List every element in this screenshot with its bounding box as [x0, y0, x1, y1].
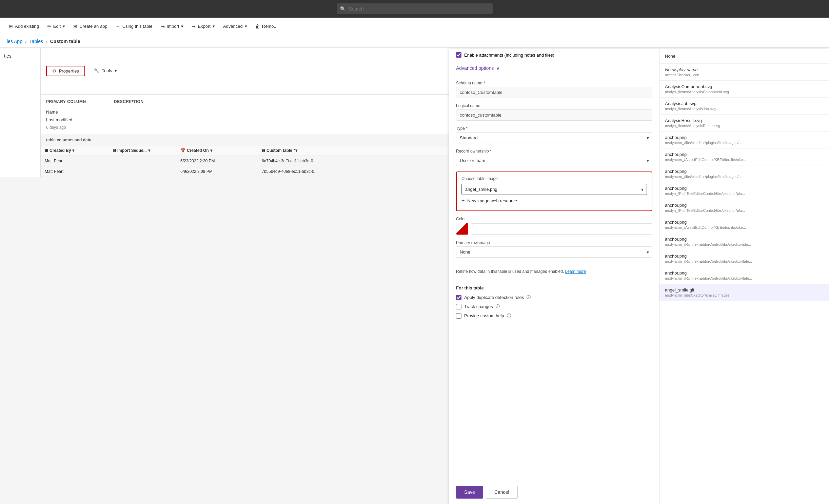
color-label: Color [456, 217, 652, 221]
export-chevron-icon: ▾ [213, 24, 215, 29]
ownership-required-star: * [490, 149, 492, 154]
color-input[interactable] [471, 223, 652, 235]
save-button[interactable]: Save [456, 486, 483, 499]
add-existing-button[interactable]: ⊞ Add existing [5, 22, 42, 31]
breadcrumb: les App › Tables › Custom table [0, 35, 829, 48]
provide-custom-help-row: Provide custom help ⓘ [456, 313, 652, 319]
track-changes-checkbox[interactable] [456, 304, 461, 309]
schema-name-label: Schema name * [456, 81, 652, 85]
dropdown-item-anchor-5[interactable]: anchor.png msdyn_/RichTextEditorControl/… [659, 199, 829, 216]
app-icon: ⊞ [73, 24, 77, 29]
advanced-options-toggle[interactable]: Advanced options ∧ [449, 61, 659, 75]
import-icon: ⇥ [161, 24, 165, 29]
cell-row1-import [113, 159, 180, 163]
logical-name-group: Logical name [456, 103, 652, 121]
track-changes-label: Track changes [464, 304, 493, 309]
edit-chevron-icon: ▾ [63, 24, 65, 29]
color-swatch[interactable] [456, 223, 468, 235]
primary-image-select[interactable]: None [456, 246, 652, 258]
remove-button[interactable]: 🗑 Remo... [252, 22, 281, 31]
col-header-description: Description [114, 99, 175, 104]
advanced-content: Schema name * Logical name Type * [449, 75, 659, 268]
advanced-button[interactable]: Advanced ▾ [220, 22, 251, 31]
provide-help-info-icon[interactable]: ⓘ [507, 313, 511, 319]
provide-custom-help-label: Provide custom help [464, 313, 504, 318]
apply-duplicate-checkbox[interactable] [456, 295, 461, 300]
col-chevron-created-by[interactable]: ▾ [72, 148, 74, 153]
dropdown-item-anchor-2[interactable]: anchor.png msdyncrm_/AssistEditControl/K… [659, 148, 829, 165]
cell-name: Name [46, 109, 114, 115]
search-input[interactable] [337, 3, 493, 14]
dropdown-item-none[interactable]: None [659, 49, 829, 64]
advanced-chevron-up-icon: ∧ [496, 65, 500, 71]
plus-icon: + [461, 198, 465, 204]
col-created-on: 📅 Created On ▾ [180, 148, 262, 153]
color-row [456, 223, 652, 235]
col-chevron-import[interactable]: ▾ [148, 148, 150, 153]
new-image-button[interactable]: + New image web resource [461, 195, 517, 206]
schema-name-input[interactable] [456, 87, 652, 98]
image-select[interactable]: angel_smile.png None [461, 184, 647, 195]
col-header-primary: Primary column [46, 99, 114, 104]
color-section: Color [456, 217, 652, 235]
dropdown-item-analysis-component[interactable]: AnalysisComponent.svg msdyn_/Icons/Analy… [659, 81, 829, 98]
apply-duplicate-label: Apply duplicate detection rules [464, 295, 524, 300]
record-ownership-label: Record ownership * [456, 149, 652, 154]
breadcrumb-current: Custom table [50, 39, 80, 44]
type-group: Type * Standard Activity Virtual ▾ [456, 126, 652, 143]
dropdown-item-anchor-4[interactable]: anchor.png msdyn_/RichTextEditorControl/… [659, 182, 829, 199]
properties-tab[interactable]: ⚙ Properties [46, 66, 85, 76]
apply-duplicate-row: Apply duplicate detection rules ⓘ [456, 295, 652, 300]
dropdown-item-anchor-9[interactable]: anchor.png msdyncrm_/RichTextEditorContr… [659, 267, 829, 284]
dropdown-item-anchor-7[interactable]: anchor.png msdyncrm_/RichTextEditorContr… [659, 233, 829, 250]
primary-image-select-wrapper: None ▾ [456, 246, 652, 258]
enable-attachments-checkbox[interactable] [456, 52, 461, 58]
type-label: Type * [456, 126, 652, 131]
track-changes-info-icon[interactable]: ⓘ [496, 304, 500, 309]
dropdown-item-no-display[interactable]: No display name accessChecker_icon [659, 64, 829, 81]
logical-name-label: Logical name [456, 103, 652, 108]
top-bar: 🔍 [0, 0, 829, 18]
using-table-button[interactable]: ← Using this table [112, 22, 156, 31]
dropdown-item-anchor-3[interactable]: anchor.png msdyncrm_/libs/ckeditor/plugi… [659, 165, 829, 182]
cell-row1-created-on: 6/23/2022 2:20 PM [180, 159, 262, 163]
dropdown-item-anchor-1[interactable]: anchor.png msdyncrm_/libs/ckeditor/plugi… [659, 132, 829, 148]
col-chevron-custom[interactable]: *▾ [294, 148, 297, 153]
choose-image-section: Choose table image angel_smile.png None … [456, 172, 652, 211]
edit-icon: ✏ [47, 24, 51, 29]
cell-row2-custom: 7b55b4d9-40e8-ec11-bb3c-0... [262, 169, 343, 174]
schema-required-star: * [483, 81, 485, 85]
breadcrumb-sep2: › [46, 39, 47, 44]
dropdown-item-anchor-6[interactable]: anchor.png msdyncrm_/AssistEditControl/K… [659, 216, 829, 233]
panel-footer: Save Cancel [449, 480, 659, 504]
tools-tab[interactable]: 🔧 Tools ▾ [88, 66, 122, 76]
col-icon-custom: ⊟ [262, 148, 265, 153]
cancel-button[interactable]: Cancel [486, 486, 518, 499]
import-chevron-icon: ▾ [181, 24, 183, 29]
col-chevron-created-on[interactable]: ▾ [210, 148, 212, 153]
dropdown-item-analysis-job[interactable]: AnalysisJob.svg msdyn_/Icons/AnalysisJob… [659, 98, 829, 115]
export-button[interactable]: ↦ Export ▾ [188, 22, 218, 31]
edit-button[interactable]: ✏ Edit ▾ [44, 22, 68, 31]
create-app-button[interactable]: ⊞ Create an app [70, 22, 111, 31]
advanced-options-label: Advanced options [456, 65, 494, 71]
apply-duplicate-info-icon[interactable]: ⓘ [527, 295, 531, 300]
logical-name-input[interactable] [456, 109, 652, 121]
breadcrumb-app-link[interactable]: les App [7, 39, 22, 44]
ownership-select[interactable]: User or team Organization [456, 155, 652, 166]
type-select[interactable]: Standard Activity Virtual [456, 132, 652, 143]
properties-icon: ⚙ [52, 68, 56, 74]
cell-row1-created-by: Matt Peart [45, 159, 113, 163]
col-icon-created-on: 📅 [180, 148, 185, 153]
import-button[interactable]: ⇥ Import ▾ [157, 22, 187, 31]
main-toolbar: ⊞ Add existing ✏ Edit ▾ ⊞ Create an app … [0, 18, 829, 35]
cell-row1-custom: 6a794b4c-3af3-ec11-bb3d-0... [262, 159, 343, 163]
breadcrumb-tables-link[interactable]: Tables [29, 39, 43, 44]
dropdown-item-anchor-8[interactable]: anchor.png msdyncrm_/RichTextEditorContr… [659, 250, 829, 267]
learn-more-link[interactable]: Learn more [565, 269, 586, 274]
ownership-select-wrapper: User or team Organization ▾ [456, 155, 652, 166]
dropdown-item-angel-smile-gif[interactable]: angel_smile.gif msdyncrm_/libs/ckeditor/… [659, 284, 829, 301]
dropdown-item-analysis-result[interactable]: AnalysisResult.svg msdyn_/Icons/Analysis… [659, 115, 829, 132]
panels-overlay: Enable attachments (including notes and … [449, 49, 829, 504]
provide-custom-help-checkbox[interactable] [456, 313, 461, 319]
